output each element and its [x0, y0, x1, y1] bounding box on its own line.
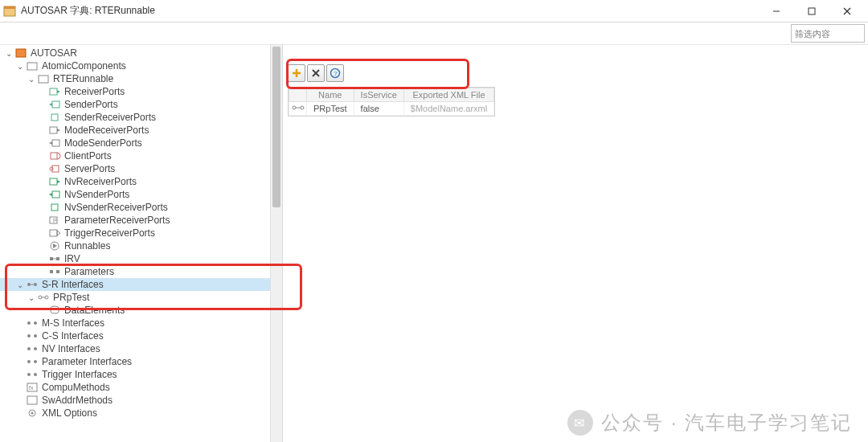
- chevron-down-icon[interactable]: ⌄: [26, 292, 37, 303]
- tree-label: TriggerReceiverPorts: [64, 227, 155, 239]
- grid-row[interactable]: PRpTest false $ModelName.arxml: [289, 102, 494, 116]
- svg-point-39: [34, 283, 37, 286]
- svg-rect-33: [56, 257, 59, 260]
- svg-point-46: [27, 334, 31, 338]
- tree-label: NvSenderPorts: [64, 189, 129, 200]
- tree-node-parameters[interactable]: Parameters: [0, 265, 282, 278]
- svg-rect-36: [56, 270, 59, 273]
- cell-isservice[interactable]: false: [354, 102, 403, 116]
- add-button[interactable]: [288, 64, 305, 82]
- tree[interactable]: ⌄AUTOSAR ⌄AtomicComponents ⌄RTERunnable …: [0, 45, 282, 421]
- tree-node-receiverports[interactable]: ReceiverPorts: [0, 85, 282, 98]
- tree-node-trigger-interfaces[interactable]: Trigger Interfaces: [0, 368, 282, 381]
- parameters-icon: [48, 265, 61, 278]
- svg-rect-28: [50, 230, 57, 236]
- tree-label: M-S Interfaces: [42, 317, 104, 329]
- tree-label: Runnables: [64, 240, 110, 252]
- tree-node-nvsenderports[interactable]: NvSenderPorts: [0, 188, 282, 201]
- svg-point-52: [27, 373, 31, 376]
- port-in-icon: [48, 85, 61, 98]
- folder-icon: [26, 59, 39, 72]
- interface-icon: [26, 355, 39, 368]
- svg-rect-25: [51, 204, 58, 211]
- tree-node-swaddrmethods[interactable]: SwAddrMethods: [0, 394, 282, 407]
- component-icon: [37, 72, 50, 85]
- cell-exported[interactable]: $ModelName.arxml: [403, 102, 493, 116]
- svg-rect-8: [39, 76, 48, 83]
- cell-name[interactable]: PRpTest: [307, 102, 354, 116]
- tree-label: ReceiverPorts: [64, 86, 125, 97]
- svg-point-50: [27, 360, 31, 363]
- tree-label: Parameters: [64, 266, 114, 277]
- filter-input[interactable]: [791, 24, 865, 43]
- tree-label: NV Interfaces: [42, 343, 100, 354]
- tree-node-nvsenderreceiverports[interactable]: NvSenderReceiverPorts: [0, 201, 282, 214]
- chevron-down-icon[interactable]: ⌄: [3, 47, 14, 59]
- tree-label: NvReceiverPorts: [64, 176, 137, 187]
- tree-label: RTERunnable: [53, 73, 113, 84]
- tree-node-rterunnable[interactable]: ⌄RTERunnable: [0, 72, 282, 85]
- close-button[interactable]: [829, 0, 865, 23]
- tree-node-compumethods[interactable]: fxCompuMethods: [0, 381, 282, 394]
- tree-node-modesenderports[interactable]: ModeSenderPorts: [0, 137, 282, 149]
- svg-rect-7: [27, 63, 37, 70]
- runnable-icon: [48, 239, 61, 252]
- interface-icon: [26, 329, 39, 342]
- tree-node-dataelements[interactable]: DataElements: [0, 304, 282, 317]
- tree-label: PRpTest: [53, 292, 89, 303]
- tree-scrollbar[interactable]: [270, 45, 282, 442]
- tree-node-parameter-interfaces[interactable]: Parameter Interfaces: [0, 355, 282, 368]
- tree-label: SwAddrMethods: [42, 395, 113, 406]
- col-header-isservice[interactable]: IsService: [354, 88, 403, 102]
- svg-text:P: P: [53, 218, 57, 223]
- svg-point-40: [39, 296, 42, 299]
- maximize-button[interactable]: [794, 0, 829, 23]
- svg-rect-1: [4, 6, 15, 9]
- gear-icon: [26, 407, 39, 419]
- svg-marker-29: [57, 231, 60, 235]
- tree-node-cs-interfaces[interactable]: C-S Interfaces: [0, 329, 282, 342]
- tree-node-ms-interfaces[interactable]: M-S Interfaces: [0, 317, 282, 329]
- tree-label: S-R Interfaces: [42, 279, 104, 290]
- tree-node-senderreceiverports[interactable]: SenderReceiverPorts: [0, 111, 282, 124]
- chevron-down-icon[interactable]: ⌄: [14, 279, 26, 290]
- tree-node-nv-interfaces[interactable]: NV Interfaces: [0, 342, 282, 355]
- tree-node-serverports[interactable]: ServerPorts: [0, 162, 282, 175]
- title-bar: AUTOSAR 字典: RTERunnable: [0, 0, 868, 23]
- delete-button[interactable]: [307, 64, 325, 82]
- svg-rect-18: [51, 153, 57, 159]
- swaddr-icon: [26, 394, 39, 407]
- tree-node-xmloptions[interactable]: XML Options: [0, 407, 282, 419]
- tree-label: Trigger Interfaces: [42, 369, 117, 380]
- tree-node-irv[interactable]: IRV: [0, 252, 282, 265]
- col-header-exported[interactable]: Exported XML File: [403, 88, 493, 102]
- tree-node-modereceiverports[interactable]: ModeReceiverPorts: [0, 124, 282, 137]
- svg-point-67: [301, 106, 304, 109]
- tree-label: C-S Interfaces: [42, 330, 104, 342]
- svg-marker-31: [53, 244, 57, 248]
- tree-node-senderports[interactable]: SenderPorts: [0, 98, 282, 111]
- interface-icon: [26, 342, 39, 355]
- tree-node-runnables[interactable]: Runnables: [0, 239, 282, 252]
- interfaces-grid[interactable]: Name IsService Exported XML File PRpTest…: [288, 87, 495, 117]
- tree-node-sr-interfaces[interactable]: ⌄S-R Interfaces: [0, 278, 282, 291]
- tree-node-clientports[interactable]: ClientPorts: [0, 149, 282, 162]
- tree-node-parameterreceiverports[interactable]: PParameterReceiverPorts: [0, 214, 282, 227]
- tree-node-triggerreceiverports[interactable]: TriggerReceiverPorts: [0, 227, 282, 239]
- tree-node-atomic-components[interactable]: ⌄AtomicComponents: [0, 59, 282, 72]
- col-header-name[interactable]: Name: [307, 88, 354, 102]
- svg-rect-9: [50, 88, 57, 95]
- scrollbar-thumb[interactable]: [272, 47, 280, 207]
- help-button[interactable]: ?: [326, 64, 344, 82]
- data-element-icon: [48, 304, 61, 317]
- mode-in-icon: [48, 124, 61, 137]
- chevron-down-icon[interactable]: ⌄: [14, 60, 26, 72]
- minimize-button[interactable]: [759, 0, 794, 23]
- interface-icon: [26, 317, 39, 329]
- tree-node-nvreceiverports[interactable]: NvReceiverPorts: [0, 175, 282, 188]
- chevron-down-icon[interactable]: ⌄: [26, 73, 37, 84]
- tree-node-autosar[interactable]: ⌄AUTOSAR: [0, 47, 282, 59]
- svg-point-47: [34, 334, 37, 338]
- tree-node-prptest[interactable]: ⌄PRpTest: [0, 291, 282, 304]
- svg-rect-21: [50, 178, 57, 185]
